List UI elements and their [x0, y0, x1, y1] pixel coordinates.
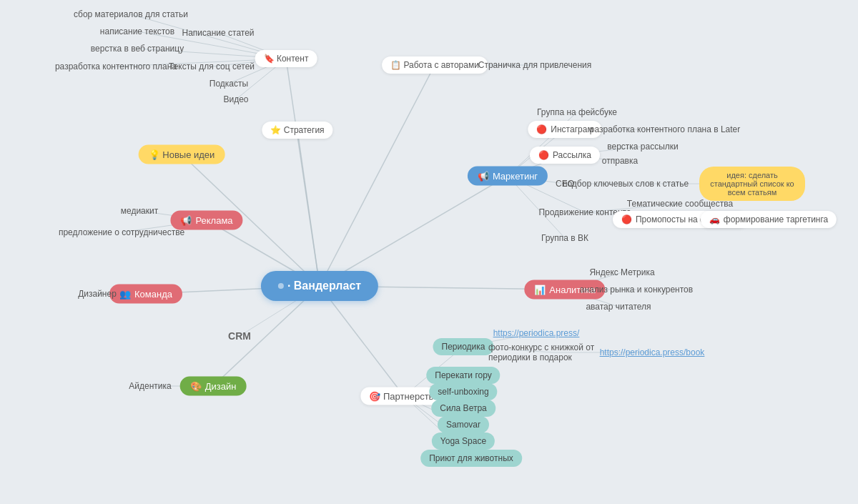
- texty-soc-label: Тексты для соц сетей: [169, 61, 255, 71]
- verstka-label: верстка в веб страницу: [91, 44, 184, 54]
- gruppa-facebook-label: Группа на фейсбуке: [537, 107, 617, 117]
- gruppa-vk-label: Группа в ВК: [541, 233, 588, 243]
- design-label: Дизайн: [205, 381, 237, 392]
- design-node[interactable]: 🎨 Дизайн: [180, 377, 247, 396]
- promoposts-icon: 🔴: [621, 214, 632, 224]
- new-ideas-label: 💡 Новые идеи: [149, 149, 215, 160]
- idea-standart-label: идея: сделать стандартный список ко всем…: [706, 171, 798, 197]
- napisanie-statei-label: Написание статей: [182, 28, 254, 38]
- periodica-link-label: https://periodica.press/: [493, 328, 580, 338]
- rassylka-label: Рассылка: [553, 150, 591, 160]
- svg-line-1: [297, 130, 320, 286]
- priyot-node[interactable]: Приют для животных: [420, 450, 522, 467]
- strategy-label: ⭐ Стратегия: [270, 125, 324, 135]
- content-label: 🔖 Контент: [264, 54, 309, 64]
- tematicheskie-node: Тематические сообщества: [621, 197, 739, 211]
- perekatit-goru-label: Перекати гору: [435, 370, 491, 380]
- new-ideas-node[interactable]: 💡 Новые идеи: [139, 145, 225, 164]
- perekatit-goru-node[interactable]: Перекати гору: [426, 367, 500, 384]
- otpravka-node: отправка: [596, 154, 644, 168]
- connection-lines: [0, 0, 858, 504]
- partnerships-label: 🎯 Партнерства: [369, 391, 438, 402]
- predlozhenie-node: предложение о сотрудничестве: [53, 225, 190, 239]
- video-node: Видео: [217, 92, 254, 107]
- ajdentika-node: Айдентика: [123, 379, 177, 393]
- stranica-privlechenia-label: Страничка для привлечения: [478, 60, 591, 70]
- analytics-icon: 📊: [534, 285, 546, 295]
- mediakit-node: медиакит: [115, 204, 164, 218]
- podbor-klyuchevykh-label: подбор ключевых слов к статье: [563, 179, 689, 189]
- dizainer-label: Дизайнер: [78, 289, 117, 299]
- mindmap: · Вандерласт 🔖 Контент ⭐ Стратегия 💡 Нов…: [0, 0, 858, 504]
- svg-line-9: [320, 65, 435, 286]
- razrabotka-later-node: разработка контентного плана в Later: [584, 122, 746, 137]
- avatar-chitatelya-label: аватар читателя: [586, 302, 651, 312]
- priyot-label: Приют для животных: [429, 453, 513, 463]
- mediakit-label: медиакит: [121, 206, 159, 216]
- tematicheskie-label: Тематические сообщества: [627, 199, 733, 209]
- podcasts-node: Подкасты: [204, 76, 254, 91]
- sila-vetra-label: Сила Ветра: [440, 403, 487, 413]
- gruppa-facebook-node: Группа на фейсбуке: [531, 105, 623, 119]
- svg-line-6: [320, 286, 404, 396]
- napisanie-textov-label: написание текстов: [100, 26, 174, 36]
- yandex-metrika-label: Яндекс Метрика: [589, 267, 654, 277]
- crm-label: CRM: [228, 330, 251, 342]
- rassylka-node[interactable]: 🔴 Рассылка: [530, 147, 600, 164]
- podbor-klyuchevykh-node: подбор ключевых слов к статье: [557, 177, 694, 191]
- sbor-label: сбор материалов для статьи: [74, 9, 188, 19]
- verstka-rassylki-label: верстка рассылки: [607, 142, 679, 152]
- texty-soc-node: Тексты для соц сетей: [163, 59, 260, 74]
- periodica-book-label: https://periodica.press/book: [600, 347, 705, 357]
- content-node[interactable]: 🔖 Контент: [255, 50, 317, 67]
- napisanie-textov-node: написание текстов: [94, 24, 180, 39]
- gruppa-vk-node: Группа в ВК: [536, 231, 594, 245]
- verstka-node: верстка в веб страницу: [85, 41, 189, 56]
- ajdentika-label: Айдентика: [129, 381, 171, 391]
- sila-vetra-node[interactable]: Сила Ветра: [431, 400, 495, 417]
- marketing-label: Маркетинг: [493, 171, 538, 182]
- ads-icon: 📢: [180, 215, 192, 226]
- periodika-label: Периодика: [442, 342, 485, 352]
- yoga-space-node[interactable]: Yoga Space: [432, 433, 495, 450]
- crm-node[interactable]: CRM: [222, 328, 257, 344]
- samovar-node[interactable]: Samovar: [438, 416, 489, 433]
- razrabotka-later-label: разработка контентного плана в Later: [590, 124, 741, 134]
- formirovanie-icon: 🚗: [709, 214, 720, 224]
- analiz-rynka-label: анализ рынка и конкурентов: [580, 285, 693, 295]
- periodica-book-node[interactable]: https://periodica.press/book: [590, 343, 715, 362]
- razrabotka-plana-label: разработка контентного плана: [55, 61, 177, 71]
- design-icon: 🎨: [190, 381, 202, 392]
- center-node[interactable]: · Вандерласт: [261, 271, 378, 301]
- center-label: · Вандерласт: [287, 280, 361, 292]
- svg-line-0: [286, 59, 320, 286]
- ads-label: Реклама: [195, 215, 232, 226]
- self-unboxing-label: self-unboxing: [438, 387, 488, 397]
- dizainer-node: Дизайнер: [72, 287, 122, 301]
- work-authors-node[interactable]: 📋 Работа с авторами: [382, 56, 488, 74]
- idea-standart-node[interactable]: идея: сделать стандартный список ко всем…: [699, 167, 805, 201]
- rassylka-icon: 🔴: [538, 150, 549, 160]
- verstka-rassylki-node: верстка рассылки: [601, 139, 684, 154]
- napisanie-statei-node: Написание статей: [176, 26, 260, 40]
- formirovanie-node[interactable]: 🚗 формирование таргетинга: [701, 211, 837, 228]
- stranica-privlechenia-node: Страничка для привлечения: [473, 58, 597, 72]
- yoga-space-label: Yoga Space: [440, 436, 486, 446]
- yandex-metrika-node: Яндекс Метрика: [583, 265, 660, 280]
- svg-line-8: [320, 176, 508, 286]
- analiz-rynka-node: анализ рынка и конкурентов: [574, 282, 699, 297]
- samovar-label: Samovar: [446, 420, 480, 430]
- strategy-node[interactable]: ⭐ Стратегия: [262, 122, 332, 139]
- marketing-icon: 📢: [478, 171, 489, 182]
- instagram-icon: 🔴: [536, 124, 547, 134]
- self-unboxing-node[interactable]: self-unboxing: [429, 383, 497, 400]
- marketing-node[interactable]: 📢 Маркетинг: [468, 167, 548, 186]
- avatar-chitatelya-node: аватар читателя: [580, 300, 656, 314]
- center-dot: [278, 283, 284, 289]
- video-label: Видео: [223, 94, 248, 104]
- otpravka-label: отправка: [602, 156, 638, 166]
- team-label: Команда: [134, 289, 172, 300]
- sbor-node: сбор материалов для статьи: [68, 7, 194, 21]
- predlozhenie-label: предложение о сотрудничестве: [59, 227, 184, 237]
- formirovanie-label: формирование таргетинга: [724, 214, 828, 224]
